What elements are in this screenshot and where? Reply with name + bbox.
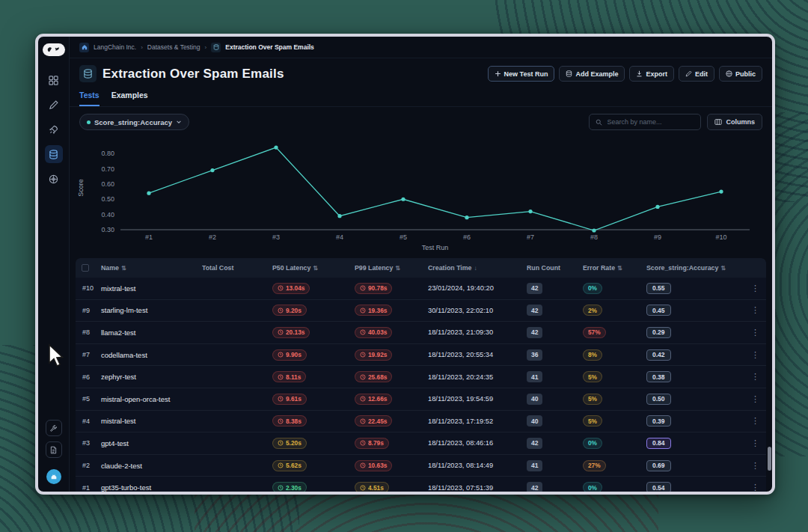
score-badge: 0.42 [646,349,671,361]
columns-button[interactable]: Columns [707,114,762,130]
sort-icon[interactable]: ⇅ [121,265,126,272]
column-header-p99-latency[interactable]: P99 Latency⇅ [355,264,428,272]
sidebar-item-annotation[interactable] [45,96,63,114]
button-label: Export [646,70,667,78]
table-row-mixtral-test[interactable]: #10mixtral-test13.04s90.78s23/01/2024, 1… [76,278,766,300]
svg-text:#4: #4 [336,233,343,241]
edit-button[interactable]: Edit [679,66,714,82]
sidebar-item-deployments[interactable] [45,120,63,138]
error-rate-badge: 0% [583,438,602,449]
row-menu-button[interactable]: ⋮ [751,461,766,471]
run-name[interactable]: codellama-test [101,351,202,359]
score-chart: 0.300.400.500.600.700.80#1#2#3#4#5#6#7#8… [70,137,772,255]
sort-icon[interactable]: ⇅ [617,265,622,272]
column-header-score-string-accuracy[interactable]: Score_string:Accuracy⇅ [646,264,751,272]
clock-icon [360,462,366,468]
row-menu-button[interactable]: ⋮ [751,394,766,404]
pencil-icon [685,70,692,77]
tab-tests[interactable]: Tests [79,91,100,106]
home-icon[interactable] [79,43,89,52]
row-menu-button[interactable]: ⋮ [751,350,766,360]
new-test-run-button[interactable]: New Test Run [488,66,555,82]
run-index: #5 [76,395,101,403]
clock-icon [278,352,284,358]
creation-time: 18/11/2023, 07:51:39 [428,484,527,492]
sidebar-item-apps[interactable] [45,71,63,89]
column-header-p50-latency[interactable]: P50 Latency⇅ [272,264,355,272]
run-name[interactable]: gpt4-test [101,439,202,447]
run-name[interactable]: zephyr-test [101,373,202,381]
svg-text:Test Run: Test Run [422,244,449,251]
creation-time: 18/11/2023, 17:19:52 [428,418,527,425]
table-row-codellama-test[interactable]: #7codellama-test9.90s19.92s18/11/2023, 2… [76,344,766,367]
row-menu-button[interactable]: ⋮ [751,328,766,337]
column-header-name[interactable]: Name⇅ [101,264,202,272]
sidebar-item-hub[interactable] [45,170,63,188]
svg-text:0.50: 0.50 [101,195,114,203]
search-box[interactable] [589,114,701,130]
tab-examples[interactable]: Examples [111,91,148,106]
row-menu-button[interactable]: ⋮ [751,372,766,382]
docs-button[interactable] [46,441,62,458]
run-name[interactable]: mistral-open-orca-test [101,395,202,403]
p50-latency-badge: 9.90s [272,349,307,361]
run-name[interactable]: mixtral-test [101,284,202,293]
table-row-mistral-open-orca-test[interactable]: #5mistral-open-orca-test9.61s12.66s18/11… [76,388,766,411]
score-badge: 0.50 [646,394,671,405]
row-menu-button[interactable]: ⋮ [751,416,766,426]
select-all-checkbox[interactable] [76,264,101,272]
sort-desc-icon[interactable]: ↓ [474,265,477,272]
p99-latency-badge: 25.68s [355,371,392,382]
public-button[interactable]: Public [719,66,762,82]
scrollbar-thumb[interactable] [768,447,771,471]
clock-icon [360,485,366,491]
settings-button[interactable] [46,420,62,436]
score-badge: 0.39 [646,415,671,426]
document-icon [49,446,58,454]
table-row-mistral-test[interactable]: #4mistral-test8.38s22.45s18/11/2023, 17:… [76,411,766,433]
search-icon [596,119,602,126]
row-menu-button[interactable]: ⋮ [751,305,766,315]
run-name[interactable]: gpt35-turbo-test [101,483,202,492]
column-header-error-rate[interactable]: Error Rate⇅ [583,264,646,272]
table-row-zephyr-test[interactable]: #6zephyr-test8.11s25.68s18/11/2023, 20:2… [76,366,766,388]
search-input[interactable] [607,118,694,126]
column-header-run-count[interactable]: Run Count [527,264,583,272]
table-row-claude-2-test[interactable]: #2claude-2-test5.62s10.63s18/11/2023, 08… [76,455,766,477]
svg-text:#2: #2 [209,233,216,241]
table-row-gpt4-test[interactable]: #3gpt4-test5.20s8.79s18/11/2023, 08:46:1… [76,432,766,455]
run-name[interactable]: claude-2-test [101,462,202,470]
mouse-cursor [46,343,66,370]
add-example-button[interactable]: Add Example [559,66,625,82]
metric-filter-chip[interactable]: Score_string:Accuracy [79,114,189,130]
breadcrumb-separator: › [205,44,207,51]
p50-latency-badge: 13.04s [272,283,310,294]
run-index: #10 [76,284,101,292]
p99-latency-badge: 12.66s [355,394,392,405]
breadcrumb-org[interactable]: LangChain Inc. [94,43,136,51]
error-rate-badge: 5% [583,415,602,426]
export-button[interactable]: Export [629,66,674,82]
sort-icon[interactable]: ⇅ [720,265,726,272]
row-menu-button[interactable]: ⋮ [751,284,766,293]
creation-time: 30/11/2023, 22:02:10 [428,307,527,314]
row-menu-button[interactable]: ⋮ [751,438,766,448]
table-row-llama2-test[interactable]: #8llama2-test20.13s40.03s18/11/2023, 21:… [76,322,766,344]
user-avatar[interactable] [46,469,61,484]
sort-icon[interactable]: ⇅ [313,265,318,272]
table-row-gpt35-turbo-test[interactable]: #1gpt35-turbo-test2.30s4.51s18/11/2023, … [76,477,766,492]
p99-latency-badge: 19.92s [355,349,392,361]
table-row-starling-lm-test[interactable]: #9starling-lm-test9.20s19.36s30/11/2023,… [76,300,766,322]
svg-text:#7: #7 [527,233,534,241]
run-name[interactable]: starling-lm-test [101,306,202,314]
column-header-total-cost[interactable]: Total Cost [202,264,272,272]
breadcrumb-section[interactable]: Datasets & Testing [147,43,201,51]
column-header-creation-time[interactable]: Creation Time↓ [428,264,527,272]
run-name[interactable]: mistral-test [101,417,202,425]
langsmith-logo[interactable] [43,43,65,56]
run-count-badge: 42 [527,327,542,338]
sidebar-item-datasets[interactable] [45,145,63,163]
row-menu-button[interactable]: ⋮ [751,483,766,492]
run-name[interactable]: llama2-test [101,328,202,337]
sort-icon[interactable]: ⇅ [395,265,400,272]
